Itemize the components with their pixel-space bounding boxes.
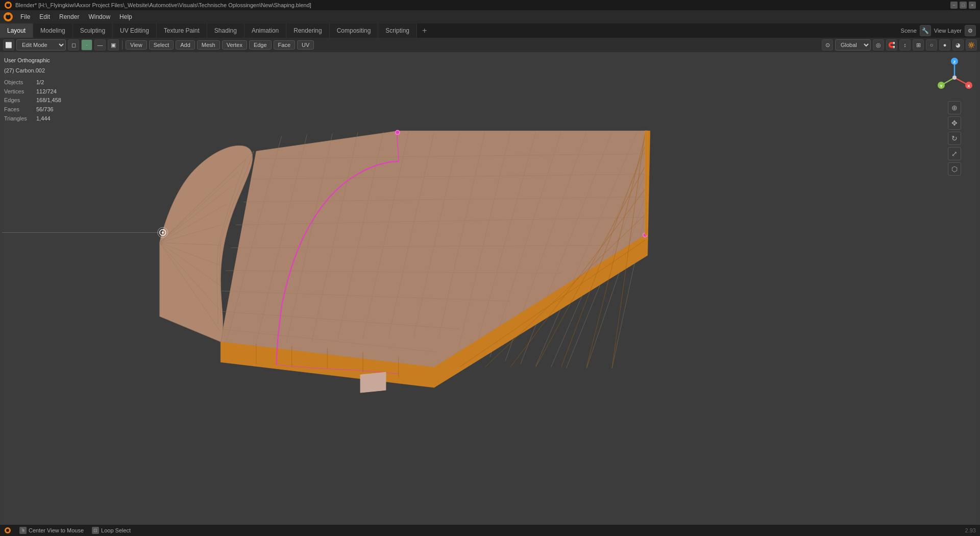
help-menu[interactable]: Help [115, 12, 136, 21]
shading-rendered-button[interactable]: 🔆 [966, 39, 977, 51]
tab-animation[interactable]: Animation [244, 23, 286, 38]
center-view-label: Center View to Mouse [29, 527, 84, 533]
title-text: Blender* [H:\_Flyingkiwi\Axxor Project F… [15, 2, 311, 8]
mouse-icon: 🖱 [19, 527, 27, 534]
view-layer-settings-button[interactable]: ⚙ [965, 25, 976, 36]
pivot-transform-button[interactable]: ⊙ [822, 39, 833, 51]
svg-point-80 [6, 529, 9, 532]
close-button[interactable]: × [969, 2, 976, 9]
view-menu-button[interactable]: View [126, 40, 147, 50]
menu-bar: File Edit Render Window Help [0, 10, 980, 23]
mesh-canvas [0, 52, 980, 525]
file-menu[interactable]: File [16, 12, 34, 21]
tab-layout[interactable]: Layout [0, 23, 33, 38]
minimize-button[interactable]: − [950, 2, 958, 9]
svg-point-5 [7, 13, 9, 15]
mesh-menu-button[interactable]: Mesh [197, 40, 220, 50]
vertex-select-button[interactable]: · [81, 39, 92, 51]
object-type-icon-button[interactable]: ◻ [68, 39, 79, 51]
svg-marker-63 [360, 372, 386, 393]
scale-tool-button[interactable]: ⤢ [948, 147, 961, 160]
edge-menu-button[interactable]: Edge [249, 40, 272, 50]
render-menu[interactable]: Render [55, 12, 83, 21]
snap-button[interactable]: 🧲 [886, 39, 897, 51]
editor-type-button[interactable]: ⬜ [3, 39, 14, 51]
status-bar: 🖱 Center View to Mouse ⊡ Loop Select 2.9… [0, 525, 980, 536]
blender-menu-logo [3, 12, 13, 22]
viewport[interactable]: User Orthographic (27) Carbon.002 Object… [0, 52, 980, 525]
shading-solid-button[interactable]: ● [939, 39, 950, 51]
shading-material-button[interactable]: ◕ [952, 39, 964, 51]
window-menu[interactable]: Window [84, 12, 114, 21]
face-menu-button[interactable]: Face [274, 40, 295, 50]
title-bar-controls[interactable]: − □ × [950, 2, 976, 9]
proportional-edit-button[interactable]: ◎ [873, 39, 884, 51]
shading-wire-button[interactable]: ○ [926, 39, 937, 51]
tab-compositing[interactable]: Compositing [330, 23, 379, 38]
scene-label: Scene [901, 28, 917, 34]
tab-modeling[interactable]: Modeling [33, 23, 73, 38]
mode-selector[interactable]: Edit Mode Object Mode Sculpt Mode [16, 39, 66, 51]
svg-point-61 [396, 130, 400, 134]
edge-select-button[interactable]: — [94, 39, 106, 51]
face-select-button[interactable]: ▣ [108, 39, 119, 51]
blender-icon-status [4, 527, 11, 534]
edit-menu[interactable]: Edit [35, 12, 54, 21]
title-bar-left: Blender* [H:\_Flyingkiwi\Axxor Project F… [4, 1, 311, 9]
select-menu-button[interactable]: Select [149, 40, 174, 50]
view-layer-label: View Layer [934, 28, 962, 34]
loop-select-label: Loop Select [101, 527, 131, 533]
rotate-tool-button[interactable]: ↻ [948, 132, 961, 145]
separator-1 [122, 40, 122, 50]
add-menu-button[interactable]: Add [176, 40, 195, 50]
center-view-status: 🖱 Center View to Mouse [19, 527, 84, 534]
uv-menu-button[interactable]: UV [297, 40, 314, 50]
cursor-tool-button[interactable]: ⊕ [948, 101, 961, 114]
svg-marker-68 [645, 131, 648, 235]
svg-point-2 [8, 3, 9, 4]
tab-uv-editing[interactable]: UV Editing [113, 23, 157, 38]
tab-scripting[interactable]: Scripting [378, 23, 417, 38]
loop-select-icon: ⊡ [92, 527, 99, 534]
tab-shading[interactable]: Shading [207, 23, 244, 38]
transform-tool-button[interactable]: ⬡ [948, 162, 961, 176]
move-tool-button[interactable]: ✥ [948, 116, 961, 130]
blender-version: 2.93 [965, 527, 976, 533]
vertex-menu-button[interactable]: Vertex [222, 40, 247, 50]
transform-button[interactable]: ↕ [899, 39, 911, 51]
tab-texture-paint[interactable]: Texture Paint [157, 23, 207, 38]
loop-select-status: ⊡ Loop Select [92, 527, 131, 534]
title-bar: Blender* [H:\_Flyingkiwi\Axxor Project F… [0, 0, 980, 10]
add-workspace-button[interactable]: + [417, 23, 432, 38]
editor-header: ⬜ Edit Mode Object Mode Sculpt Mode ◻ · … [0, 38, 980, 52]
blender-status-icon [4, 527, 11, 534]
maximize-button[interactable]: □ [960, 2, 967, 9]
render-engines-button[interactable]: 🔧 [920, 25, 931, 36]
tab-sculpting[interactable]: Sculpting [73, 23, 113, 38]
workspace-tabs: Layout Modeling Sculpting UV Editing Tex… [0, 23, 980, 38]
transform-space-selector[interactable]: Global Local Normal [835, 39, 871, 51]
overlay-button[interactable]: ⊞ [913, 39, 924, 51]
blender-logo-icon [4, 1, 12, 9]
tab-rendering[interactable]: Rendering [286, 23, 329, 38]
